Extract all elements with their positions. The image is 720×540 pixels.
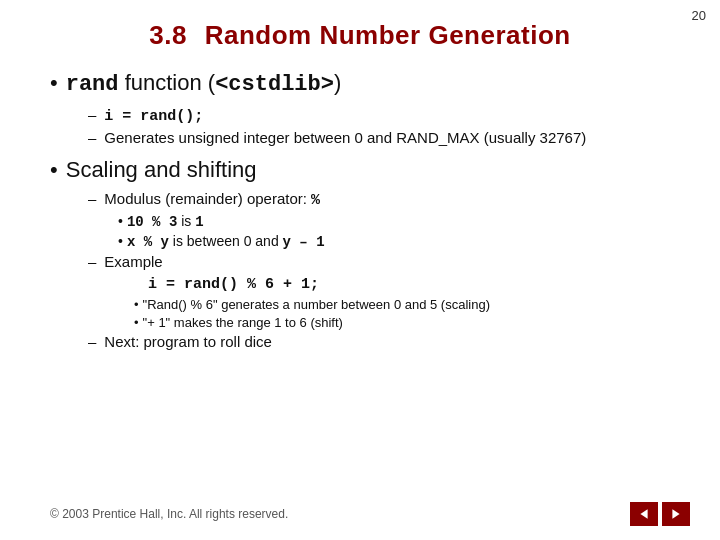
example-item: – Example i = rand() % 6 + 1; • "Rand() … [88, 253, 670, 330]
next-item: – Next: program to roll dice [88, 333, 670, 350]
dash-1: – [88, 106, 96, 123]
rand-sub-code: – i = rand(); [88, 106, 670, 125]
nav-buttons [630, 502, 690, 526]
mod-ex1-text: 10 % 3 is 1 [127, 213, 204, 230]
mod-ex2-text: x % y is between 0 and y – 1 [127, 233, 325, 250]
note-2: • "+ 1" makes the range 1 to 6 (shift) [134, 315, 670, 330]
prev-icon [638, 508, 650, 520]
next-icon [670, 508, 682, 520]
mod-ex2: • x % y is between 0 and y – 1 [118, 233, 670, 250]
example-code: i = rand() % 6 + 1; [148, 276, 670, 293]
rand-function-text: rand function (<cstdlib>) [66, 69, 342, 100]
next-button[interactable] [662, 502, 690, 526]
bullet-dot-2: • [50, 156, 58, 185]
bullet-main-rand: • rand function (<cstdlib>) [50, 69, 670, 100]
dash-3: – [88, 190, 96, 207]
title-label: Random Number Generation [205, 20, 571, 50]
sub-dot-1: • [118, 213, 123, 229]
modulus-header: – Modulus (remainder) operator: % [88, 190, 670, 209]
slide-title: 3.8 Random Number Generation [50, 20, 670, 51]
bullet-scaling: • Scaling and shifting – Modulus (remain… [50, 156, 670, 351]
rand-code-text: i = rand(); [104, 106, 203, 125]
rand-sub-list: – i = rand(); – Generates unsigned integ… [88, 106, 670, 146]
bullet-main-scaling: • Scaling and shifting [50, 156, 670, 185]
cstdlib-ref: <cstdlib> [215, 72, 334, 97]
note-1-text: "Rand() % 6" generates a number between … [143, 297, 490, 312]
dash-2: – [88, 129, 96, 146]
note-2-text: "+ 1" makes the range 1 to 6 (shift) [143, 315, 343, 330]
footer: © 2003 Prentice Hall, Inc. All rights re… [0, 502, 720, 526]
note-1: • "Rand() % 6" generates a number betwee… [134, 297, 670, 312]
bullet-dot-1: • [50, 69, 58, 98]
rand-desc-text: Generates unsigned integer between 0 and… [104, 129, 586, 146]
note-dot-2: • [134, 315, 139, 330]
mod-ex1: • 10 % 3 is 1 [118, 213, 670, 230]
prev-button[interactable] [630, 502, 658, 526]
svg-marker-1 [672, 509, 679, 519]
note-dot-1: • [134, 297, 139, 312]
rand-sub-desc: – Generates unsigned integer between 0 a… [88, 129, 670, 146]
scaling-sub-list: – Modulus (remainder) operator: % • 10 %… [88, 190, 670, 350]
svg-marker-0 [640, 509, 647, 519]
scaling-title-text: Scaling and shifting [66, 156, 257, 185]
next-text: Next: program to roll dice [104, 333, 272, 350]
slide-content: 3.8 Random Number Generation • rand func… [0, 0, 720, 378]
example-header: – Example [88, 253, 670, 270]
page-number: 20 [692, 8, 706, 23]
dash-4: – [88, 253, 96, 270]
modulus-text: Modulus (remainder) operator: % [104, 190, 320, 209]
rand-keyword: rand [66, 72, 119, 97]
section-number: 3.8 [149, 20, 187, 50]
example-label: Example [104, 253, 162, 270]
modulus-item: – Modulus (remainder) operator: % • 10 %… [88, 190, 670, 250]
modulus-examples: • 10 % 3 is 1 • x % y is between 0 and y… [118, 213, 670, 250]
copyright-text: © 2003 Prentice Hall, Inc. All rights re… [50, 507, 288, 521]
dash-5: – [88, 333, 96, 350]
sub-dot-2: • [118, 233, 123, 249]
bullet-rand: • rand function (<cstdlib>) – i = rand()… [50, 69, 670, 146]
